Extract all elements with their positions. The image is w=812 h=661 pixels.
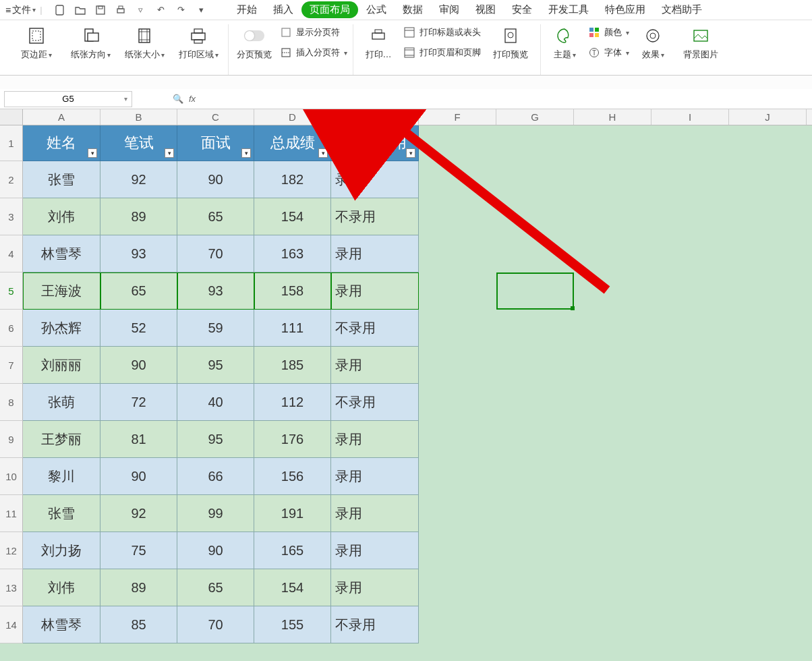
header-footer-button[interactable]: 打印页眉和页脚 (403, 45, 481, 61)
cell[interactable]: 录用 (331, 569, 419, 606)
cell[interactable]: 林雪琴 (23, 606, 100, 643)
col-header-F[interactable]: F (419, 109, 496, 125)
name-box[interactable]: G5 ▾ (4, 91, 132, 107)
row-header-10[interactable]: 10 (0, 458, 23, 495)
cell[interactable]: 92 (100, 495, 177, 532)
cell[interactable]: 99 (177, 495, 254, 532)
cell[interactable]: 不录用 (331, 310, 419, 347)
cell[interactable]: 156 (254, 458, 331, 495)
tab-devtools[interactable]: 开发工具 (540, 1, 597, 18)
cell[interactable]: 黎川 (23, 458, 100, 495)
cell[interactable]: 95 (177, 347, 254, 384)
print-area-button[interactable]: 打印区域▾ (174, 24, 223, 61)
cell[interactable]: 刘丽丽 (23, 347, 100, 384)
cell[interactable]: 90 (177, 532, 254, 569)
theme-button[interactable]: 主题▾ (546, 24, 583, 61)
margins-button[interactable]: 页边距▾ (12, 24, 61, 61)
header-cell-hired[interactable]: 是否录用▾ (331, 125, 419, 161)
tab-page-layout[interactable]: 页面布局 (301, 1, 358, 18)
theme-fonts-button[interactable]: T 字体▾ (588, 45, 629, 61)
page-break-preview-button[interactable]: 分页预览 (234, 24, 274, 61)
cell[interactable]: 65 (177, 569, 254, 606)
row-header-1[interactable]: 1 (0, 125, 23, 161)
cell[interactable]: 录用 (331, 532, 419, 569)
orientation-button[interactable]: 纸张方向▾ (66, 24, 115, 61)
cell[interactable]: 70 (177, 606, 254, 643)
select-all-corner[interactable] (0, 109, 23, 125)
cell[interactable]: 林雪琴 (23, 235, 100, 272)
cell[interactable]: 90 (177, 161, 254, 198)
redo-icon[interactable]: ↷ (175, 3, 188, 17)
print-titles-button[interactable]: 打印标题或表头 (403, 24, 481, 40)
col-header-I[interactable]: I (651, 109, 729, 125)
col-header-C[interactable]: C (177, 109, 254, 125)
zoom-icon[interactable]: 🔍 (173, 94, 183, 104)
cell[interactable]: 张雪 (23, 161, 100, 198)
row-header-5[interactable]: 5 (0, 272, 23, 310)
cell[interactable]: 65 (100, 272, 177, 310)
cell[interactable]: 王梦丽 (23, 421, 100, 458)
row-header-3[interactable]: 3 (0, 198, 23, 235)
cell[interactable]: 40 (177, 384, 254, 421)
cell[interactable]: 154 (254, 198, 331, 235)
cell[interactable]: 刘伟 (23, 198, 100, 235)
cell[interactable]: 90 (100, 458, 177, 495)
tab-home[interactable]: 开始 (229, 1, 265, 18)
new-doc-icon[interactable] (53, 3, 67, 17)
filter-arrow-icon[interactable]: ▾ (165, 148, 174, 158)
cell[interactable]: 刘力扬 (23, 532, 100, 569)
tab-data[interactable]: 数据 (395, 1, 431, 18)
row-header-4[interactable]: 4 (0, 235, 23, 272)
cell[interactable]: 165 (254, 532, 331, 569)
cell[interactable]: 72 (100, 384, 177, 421)
row-header-13[interactable]: 13 (0, 569, 23, 606)
cell[interactable]: 不录用 (331, 606, 419, 643)
cell[interactable]: 185 (254, 347, 331, 384)
cell[interactable]: 163 (254, 235, 331, 272)
cell[interactable]: 不录用 (331, 384, 419, 421)
cell[interactable]: 52 (100, 310, 177, 347)
bg-image-button[interactable]: 背景图片 (676, 24, 725, 61)
cell[interactable]: 89 (100, 569, 177, 606)
col-header-J[interactable]: J (729, 109, 807, 125)
effects-button[interactable]: 效果▾ (635, 24, 671, 61)
cell[interactable]: 王海波 (23, 272, 100, 310)
cell[interactable]: 90 (100, 347, 177, 384)
cell[interactable]: 65 (177, 198, 254, 235)
cell[interactable]: 176 (254, 421, 331, 458)
cell[interactable]: 111 (254, 310, 331, 347)
dropdown-icon[interactable]: ▾ (195, 3, 208, 17)
col-header-H[interactable]: H (574, 109, 651, 125)
filter-arrow-icon[interactable]: ▾ (406, 148, 415, 158)
show-page-breaks-button[interactable]: 显示分页符 (280, 24, 347, 40)
cell[interactable]: 93 (100, 235, 177, 272)
row-header-11[interactable]: 11 (0, 495, 23, 532)
tab-review[interactable]: 审阅 (431, 1, 467, 18)
qat-dropdown-icon[interactable]: ▿ (134, 3, 148, 17)
row-header-6[interactable]: 6 (0, 310, 23, 347)
cell[interactable]: 录用 (331, 161, 419, 198)
row-header-8[interactable]: 8 (0, 384, 23, 421)
cell[interactable]: 录用 (331, 495, 419, 532)
cell[interactable]: 59 (177, 310, 254, 347)
print-preview-button[interactable]: 打印预览 (486, 24, 535, 61)
paper-size-button[interactable]: 纸张大小▾ (120, 24, 169, 61)
row-header-9[interactable]: 9 (0, 421, 23, 458)
tab-dochelper[interactable]: 文档助手 (654, 1, 710, 18)
cell[interactable]: 92 (100, 161, 177, 198)
cell[interactable]: 89 (100, 198, 177, 235)
save-icon[interactable] (94, 3, 107, 17)
cell[interactable]: 85 (100, 606, 177, 643)
cell[interactable]: 刘伟 (23, 569, 100, 606)
cell[interactable]: 75 (100, 532, 177, 569)
cell[interactable]: 孙杰辉 (23, 310, 100, 347)
col-header-G[interactable]: G (496, 109, 574, 125)
row-header-7[interactable]: 7 (0, 347, 23, 384)
tab-special[interactable]: 特色应用 (597, 1, 654, 18)
cell[interactable]: 95 (177, 421, 254, 458)
cell[interactable]: 录用 (331, 347, 419, 384)
tab-view[interactable]: 视图 (467, 1, 504, 18)
undo-icon[interactable]: ↶ (154, 3, 168, 17)
cell[interactable]: 录用 (331, 421, 419, 458)
cell[interactable]: 191 (254, 495, 331, 532)
